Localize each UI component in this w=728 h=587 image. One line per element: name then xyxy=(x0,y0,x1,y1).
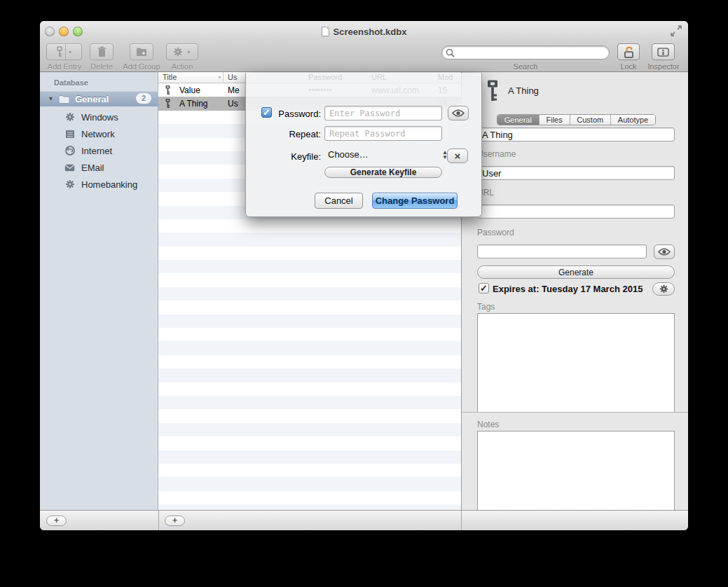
search-icon xyxy=(446,48,455,57)
title-field[interactable] xyxy=(477,127,675,141)
tab-custom[interactable]: Custom xyxy=(570,115,610,125)
url-field[interactable] xyxy=(477,205,675,219)
table-stripe xyxy=(158,219,461,233)
bottom-bar-divider xyxy=(158,511,159,530)
disclosure-triangle-icon[interactable]: ▼ xyxy=(48,95,54,102)
app-window: Screenshot.kdbx ▼ Add Entry Delete Add G… xyxy=(40,21,688,530)
table-stripe xyxy=(158,436,461,450)
delete-button[interactable] xyxy=(90,43,114,60)
key-icon xyxy=(56,46,63,57)
table-stripe xyxy=(158,450,461,464)
lock-button[interactable] xyxy=(617,43,640,60)
table-stripe xyxy=(158,233,461,246)
username-label: Username xyxy=(477,149,516,159)
sidebar-item-label: Internet xyxy=(81,146,112,156)
window-chrome: Screenshot.kdbx ▼ Add Entry Delete Add G… xyxy=(40,21,688,72)
bottom-bar: + + xyxy=(40,510,688,530)
expires-settings-button[interactable] xyxy=(652,282,675,296)
entry-count-badge: 2 xyxy=(136,93,151,104)
password-field[interactable] xyxy=(477,244,647,258)
group-sidebar: Database ▼ General 2 Windows Network Int… xyxy=(40,72,158,510)
folder-icon xyxy=(58,95,70,104)
gear-icon xyxy=(659,284,668,294)
inspector-button[interactable] xyxy=(652,43,675,60)
table-stripe xyxy=(158,368,461,382)
change-password-button[interactable]: Change Password xyxy=(372,193,458,209)
table-stripe xyxy=(158,464,461,477)
envelope-icon xyxy=(64,163,75,173)
chevron-down-icon[interactable]: ▼ xyxy=(68,50,73,55)
change-password-sheet: ✓ Password: Repeat: Keyfile: Choose… ▲▼ … xyxy=(245,73,482,217)
table-stripe xyxy=(158,260,461,273)
table-stripe xyxy=(158,423,461,436)
sidebar-item-email[interactable]: EMail xyxy=(40,159,158,176)
tab-general[interactable]: General xyxy=(497,115,539,125)
add-group-plus-button[interactable]: + xyxy=(46,516,67,526)
add-group-label: Add Group xyxy=(119,62,164,71)
sidebar-item-label: Homebanking xyxy=(81,179,137,190)
document-icon xyxy=(322,27,329,36)
reveal-password-button[interactable] xyxy=(448,106,469,120)
username-field[interactable] xyxy=(477,166,675,180)
generate-password-button[interactable]: Generate xyxy=(477,265,675,279)
trash-icon xyxy=(97,46,107,57)
eye-icon xyxy=(658,248,671,256)
chevron-down-icon[interactable]: ▼ xyxy=(186,50,191,55)
entry-username: Me xyxy=(228,85,240,95)
entry-title: Value xyxy=(179,85,200,95)
inspector-panel: A Thing General Files Custom Autotype Us… xyxy=(461,72,688,510)
sheet-repeat-input[interactable] xyxy=(324,126,442,141)
key-icon xyxy=(165,85,171,95)
reveal-password-button[interactable] xyxy=(654,244,675,259)
table-stripe xyxy=(158,409,461,422)
table-stripe xyxy=(158,477,461,490)
sidebar-item-homebanking[interactable]: Homebanking xyxy=(40,176,158,193)
clear-keyfile-button[interactable]: × xyxy=(447,149,468,163)
action-label: Action xyxy=(161,62,203,71)
column-title[interactable]: Title xyxy=(163,73,177,81)
password-label: Password xyxy=(477,228,514,237)
lock-label: Lock xyxy=(607,62,650,71)
tags-label: Tags xyxy=(477,302,495,312)
fullscreen-icon[interactable] xyxy=(670,25,682,36)
sidebar-group-general[interactable]: ▼ General 2 xyxy=(40,91,158,106)
tags-box[interactable] xyxy=(477,313,675,412)
tab-files[interactable]: Files xyxy=(539,115,570,125)
column-username[interactable]: Us xyxy=(228,73,237,81)
sort-descending-icon: ▼ xyxy=(217,75,222,80)
section-divider xyxy=(462,412,688,413)
add-entry-plus-button[interactable]: + xyxy=(165,516,185,526)
action-button[interactable]: ▼ xyxy=(166,43,198,60)
folder-plus-icon xyxy=(136,47,147,57)
table-stripe xyxy=(158,341,461,354)
table-stripe xyxy=(158,491,461,504)
table-stripe xyxy=(158,328,461,341)
add-group-button[interactable] xyxy=(130,43,153,60)
tab-autotype[interactable]: Autotype xyxy=(610,115,655,125)
delete-label: Delete xyxy=(79,62,124,71)
sheet-keyfile-label: Keyfile: xyxy=(265,151,321,162)
sheet-password-input[interactable] xyxy=(324,106,442,120)
gear-icon xyxy=(64,112,75,123)
table-stripe xyxy=(158,315,461,328)
group-name: General xyxy=(75,94,109,104)
sidebar-item-internet[interactable]: Internet xyxy=(40,142,158,159)
notes-label: Notes xyxy=(477,420,499,429)
sidebar-item-label: Windows xyxy=(81,112,118,123)
sidebar-item-network[interactable]: Network xyxy=(40,125,158,142)
expires-checkbox[interactable]: ✓ xyxy=(479,283,489,294)
inspector-tabs: General Files Custom Autotype xyxy=(497,114,656,125)
expires-label: Expires at: Tuesday 17 March 2015 xyxy=(493,284,643,294)
gear-icon xyxy=(64,179,75,190)
database-section-label: Database xyxy=(54,78,88,87)
close-icon: × xyxy=(455,150,461,162)
generate-keyfile-button[interactable]: Generate Keyfile xyxy=(324,167,442,178)
gear-icon xyxy=(173,47,183,57)
search-input[interactable] xyxy=(441,46,610,60)
sheet-password-label: Password: xyxy=(265,109,321,119)
sidebar-item-windows[interactable]: Windows xyxy=(40,109,158,125)
add-entry-button[interactable]: ▼ xyxy=(46,43,82,60)
keyfile-popup[interactable]: Choose… ▲▼ xyxy=(324,149,448,163)
column-divider[interactable] xyxy=(223,72,224,83)
cancel-button[interactable]: Cancel xyxy=(315,193,363,209)
